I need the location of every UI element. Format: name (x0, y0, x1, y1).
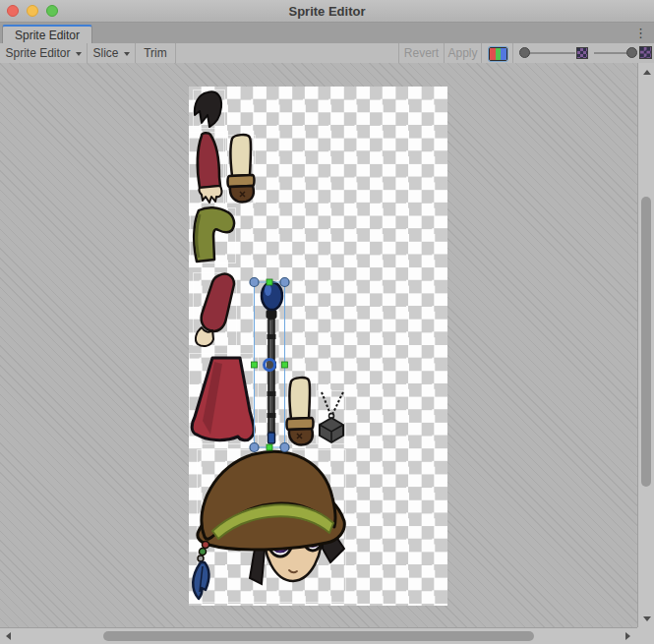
zoom-slider-track[interactable] (524, 52, 575, 54)
sprite-red-robe-skirt[interactable] (192, 358, 254, 440)
kebab-menu-icon[interactable]: ⋮ (634, 25, 647, 41)
toolbar-separator (512, 43, 513, 63)
chevron-down-icon (124, 52, 130, 56)
sprite-editor-mode-dropdown[interactable]: Sprite Editor (0, 43, 87, 63)
tab-sprite-editor[interactable]: Sprite Editor (2, 25, 92, 43)
scrollbar-corner (637, 627, 654, 644)
sprite-editor-window: Sprite Editor Sprite Editor ⋮ Sprite Edi… (0, 0, 654, 644)
sprite-canvas[interactable] (0, 63, 637, 627)
sprite-sheet-texture[interactable] (189, 87, 447, 606)
apply-button[interactable]: Apply (445, 43, 481, 63)
minimize-button[interactable] (27, 5, 38, 17)
sprite-boot-2[interactable] (287, 378, 314, 444)
revert-button[interactable]: Revert (399, 43, 444, 63)
window-title: Sprite Editor (0, 4, 654, 19)
tab-bar: Sprite Editor ⋮ (0, 23, 654, 43)
slice-dropdown[interactable]: Slice (88, 43, 135, 63)
zoom-slider-knob[interactable] (519, 47, 530, 58)
pivot-handle[interactable] (265, 360, 275, 371)
chevron-down-icon (76, 52, 82, 56)
sprite-red-arm-hand[interactable] (196, 274, 234, 346)
horizontal-scrollbar-thumb[interactable] (103, 631, 534, 641)
sprite-red-sleeve-arm[interactable] (198, 133, 221, 203)
rgb-channels-icon[interactable] (489, 47, 507, 61)
scroll-up-arrow-icon[interactable] (643, 70, 651, 75)
toolbar-separator (481, 43, 482, 63)
scroll-right-arrow-icon[interactable] (625, 632, 630, 640)
sprite-hair-tuft[interactable] (195, 91, 221, 127)
sprite-cube-pendant[interactable] (320, 392, 343, 442)
mip-slider-knob[interactable] (626, 47, 637, 58)
tab-label: Sprite Editor (15, 29, 80, 42)
vertical-scrollbar[interactable] (637, 63, 654, 627)
texture-mip-large-icon (639, 46, 652, 59)
vertical-scrollbar-thumb[interactable] (641, 197, 651, 487)
horizontal-scrollbar[interactable] (0, 627, 637, 644)
sprite-witch-hat-head[interactable] (193, 451, 344, 599)
scroll-left-arrow-icon[interactable] (6, 632, 11, 640)
texture-mip-small-icon (576, 47, 588, 59)
close-button[interactable] (7, 5, 19, 17)
scroll-down-arrow-icon[interactable] (643, 616, 651, 621)
toolbar: Sprite Editor Slice Trim Revert Apply (0, 43, 654, 64)
zoom-button[interactable] (46, 5, 58, 17)
sprite-green-sleeve[interactable] (194, 207, 234, 262)
sprite-boot[interactable] (228, 135, 255, 202)
title-bar: Sprite Editor (0, 0, 654, 23)
toolbar-separator (175, 43, 176, 63)
trim-button[interactable]: Trim (136, 43, 175, 63)
